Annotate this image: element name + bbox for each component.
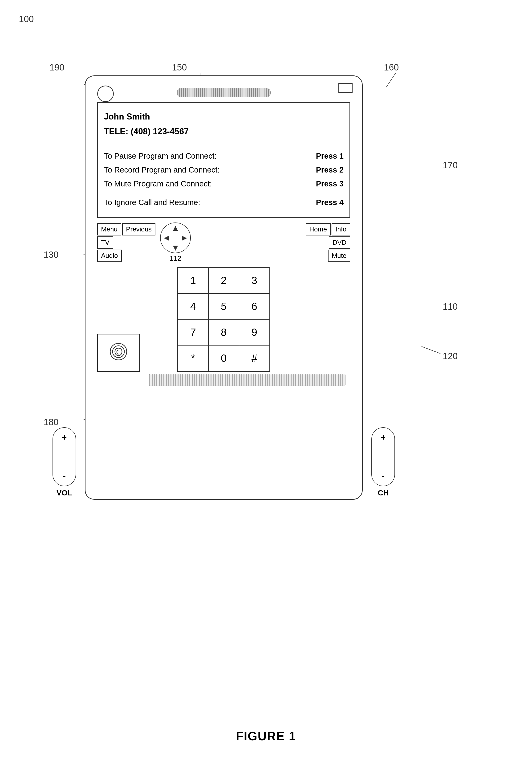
fingerprint-area [97,334,140,372]
vol-oval[interactable]: + - [52,427,76,486]
display-screen: John Smith TELE: (408) 123-4567 To Pause… [97,102,350,218]
option-row-3: To Mute Program and Connect: Press 3 [104,178,344,190]
ch-oval[interactable]: + - [371,427,395,486]
home-button[interactable]: Home [306,223,331,235]
key-9[interactable]: 9 [239,319,270,345]
control-row: Menu Previous TV Audio ▲ ◄ [97,222,350,262]
option-row-2: To Record Program and Connect: Press 2 [104,164,344,176]
option-row-4: To Ignore Call and Resume: Press 4 [104,196,344,209]
key-3[interactable]: 3 [239,267,270,293]
dpad-left-arrow: ◄ [162,233,171,243]
key-4[interactable]: 4 [178,293,208,319]
remote-control: John Smith TELE: (408) 123-4567 To Pause… [47,52,412,511]
caller-name: John Smith [104,110,344,123]
fingerprint-icon [107,341,130,365]
ch-minus: - [382,471,385,481]
dpad[interactable]: ▲ ◄ ► ▼ [160,222,191,253]
audio-button[interactable]: Audio [97,250,122,262]
left-control-group: Menu Previous TV Audio [97,223,156,262]
speaker-grill [177,88,271,97]
info-button[interactable]: Info [332,223,350,235]
ch-plus: + [380,432,385,442]
key-7[interactable]: 7 [178,319,208,345]
ref-120: 120 [443,351,458,361]
option3-key: Press 3 [316,178,344,190]
key-0[interactable]: 0 [208,345,239,371]
option4-key: Press 4 [316,196,344,209]
mute-button[interactable]: Mute [328,250,350,262]
bottom-slider[interactable] [149,374,346,386]
key-hash[interactable]: # [239,345,270,371]
key-8[interactable]: 8 [208,319,239,345]
vol-plus: + [62,432,67,442]
power-button[interactable] [97,86,114,102]
dpad-right-arrow: ► [180,233,189,243]
option-row-1: To Pause Program and Connect: Press 1 [104,150,344,162]
tv-button[interactable]: TV [97,236,113,249]
caller-tele: TELE: (408) 123-4567 [104,125,344,138]
right-control-group: Home Info DVD Mute [306,223,350,262]
dpad-arrows: ▲ ◄ ► ▼ [162,223,188,253]
key-1[interactable]: 1 [178,267,208,293]
svg-line-6 [422,346,440,353]
ch-label: CH [378,489,389,497]
vol-control: + - VOL [52,427,76,497]
keypad-grid: 1 2 3 4 5 6 7 8 9 * 0 # [177,267,270,372]
ref-100: 100 [19,14,34,24]
ch-control: + - CH [371,427,395,497]
option2-label: To Record Program and Connect: [104,164,316,176]
dpad-down-arrow: ▼ [171,243,180,253]
option4-label: To Ignore Call and Resume: [104,196,316,209]
key-5[interactable]: 5 [208,293,239,319]
previous-button[interactable]: Previous [122,223,156,235]
menu-button[interactable]: Menu [97,223,121,235]
dpad-up-arrow: ▲ [171,223,180,233]
remote-body: John Smith TELE: (408) 123-4567 To Pause… [85,75,363,500]
vol-minus: - [63,471,66,481]
option1-key: Press 1 [316,150,344,162]
key-2[interactable]: 2 [208,267,239,293]
ref-170: 170 [443,160,458,170]
top-right-button[interactable] [338,83,353,93]
ref-110: 110 [443,302,458,312]
option1-label: To Pause Program and Connect: [104,150,316,162]
option3-label: To Mute Program and Connect: [104,178,316,190]
key-6[interactable]: 6 [239,293,270,319]
dpad-lr-row: ◄ ► [162,233,188,243]
vol-label: VOL [56,489,72,497]
dvd-button[interactable]: DVD [329,236,350,249]
key-star[interactable]: * [178,345,208,371]
dpad-label: 112 [169,254,181,262]
option2-key: Press 2 [316,164,344,176]
figure-caption: FIGURE 1 [236,729,296,743]
